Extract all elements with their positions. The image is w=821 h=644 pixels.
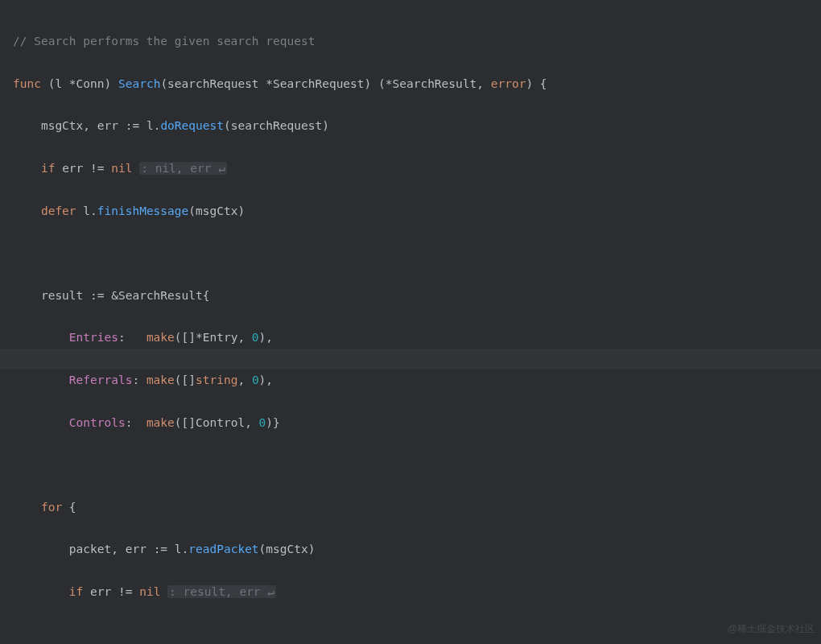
code-line[interactable]: Referrals: make([]string, 0), [13, 369, 712, 390]
code-line[interactable] [13, 624, 712, 644]
code-line[interactable]: defer l.finishMessage(msgCtx) [13, 200, 712, 221]
code-editor[interactable]: // Search performs the given search requ… [13, 10, 712, 644]
gutter [0, 0, 8, 644]
code-line[interactable]: func (l *Conn) Search(searchRequest *Sea… [13, 73, 712, 94]
code-line[interactable]: // Search performs the given search requ… [13, 31, 712, 52]
code-line[interactable] [13, 242, 712, 263]
code-line[interactable]: packet, err := l.readPacket(msgCtx) [13, 539, 712, 559]
inline-hint: : nil, err ↵ [139, 162, 227, 175]
code-line[interactable]: if err != nil : result, err ↵ [13, 581, 712, 602]
code-line[interactable]: Entries: make([]*Entry, 0), [13, 327, 712, 348]
code-line[interactable]: msgCtx, err := l.doRequest(searchRequest… [13, 115, 712, 136]
comment: // Search performs the given search requ… [13, 35, 315, 47]
code-line[interactable] [13, 454, 712, 475]
code-line[interactable]: Controls: make([]Control, 0)} [13, 412, 712, 433]
watermark: @稀土掘金技术社区 [728, 618, 815, 639]
inline-hint: : result, err ↵ [167, 585, 276, 598]
code-line[interactable]: result := &SearchResult{ [13, 285, 712, 306]
code-line[interactable]: if err != nil : nil, err ↵ [13, 158, 712, 179]
code-line[interactable]: for { [13, 497, 712, 518]
